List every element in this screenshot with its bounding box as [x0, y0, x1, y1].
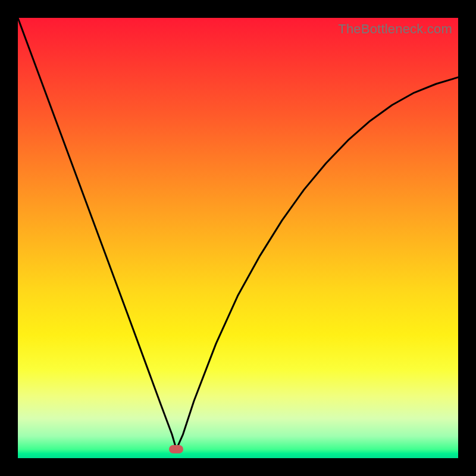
bottleneck-curve [18, 18, 458, 458]
chart-frame: TheBottleneck.com [0, 0, 476, 476]
plot-area: TheBottleneck.com [18, 18, 458, 458]
optimal-marker [169, 445, 183, 453]
